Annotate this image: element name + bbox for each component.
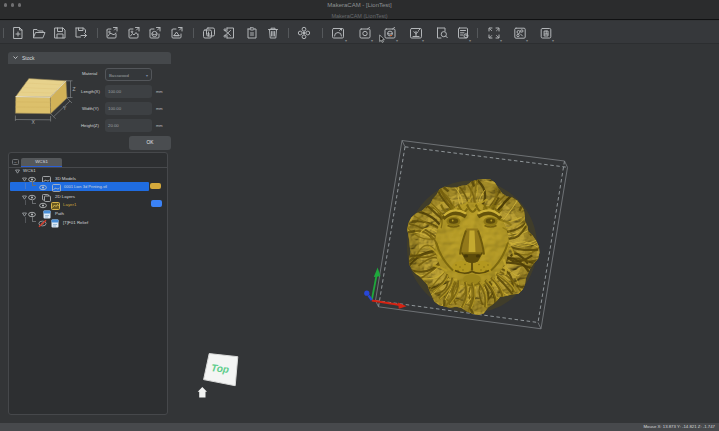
svg-text:Top: Top — [211, 362, 230, 375]
svg-text:Z: Z — [73, 86, 76, 92]
svg-text:Y: Y — [63, 105, 67, 111]
